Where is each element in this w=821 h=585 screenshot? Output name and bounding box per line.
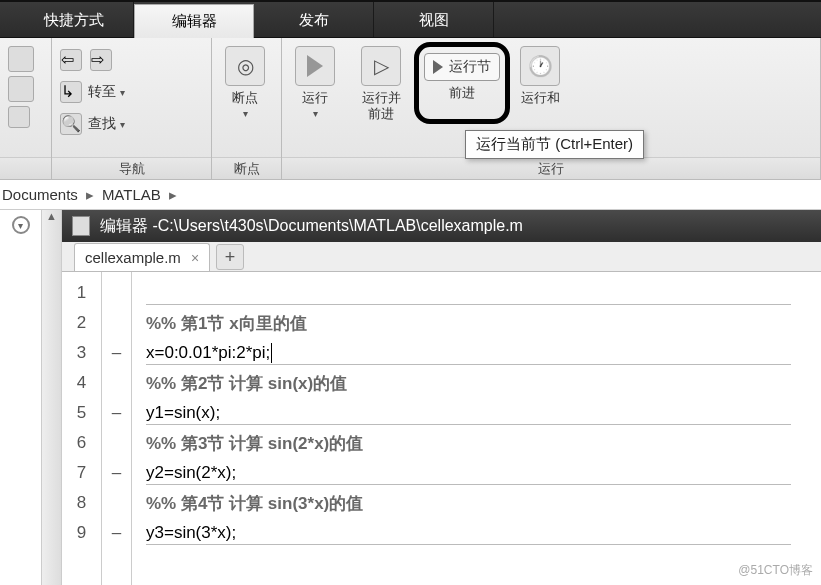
run-advance-button[interactable]: ▷ 运行并 前进 [348,38,414,157]
breadcrumb: Documents ▸ MATLAB ▸ [0,180,821,210]
goto-label: 转至 [88,83,125,101]
tab-view[interactable]: 视图 [374,2,494,37]
ribbon-tabs: 快捷方式 编辑器 发布 视图 [0,2,821,38]
play-icon [295,46,335,86]
find-label: 查找 [88,115,125,133]
chevron-right-icon: ▸ [169,186,177,204]
run-and-label: 运行和 [521,90,560,106]
watermark: @51CTO博客 [738,562,813,579]
breadcrumb-seg-documents[interactable]: Documents [2,186,78,203]
quick-icon-2[interactable] [8,76,34,102]
breakpoints-group-label: 断点 [212,157,281,179]
breakpoints-icon: ◎ [225,46,265,86]
nav-group-label: 导航 [52,157,211,179]
editor-title: 编辑器 - C:\Users\t430s\Documents\MATLAB\ce… [62,210,821,242]
chevron-down-icon: ▾ [313,108,318,119]
advance-label: 前进 [449,85,475,101]
run-group-label: 运行 [282,157,820,179]
file-tab-label: cellexample.m [85,249,181,266]
minimize-panel-icon[interactable]: ▾ [12,216,30,234]
chevron-right-icon: ▸ [86,186,94,204]
nav-back-icon: ⇦ [60,49,82,71]
find-button[interactable]: 🔍 查找 [56,108,207,140]
run-advance-icon: ▷ [361,46,401,86]
nav-back-forward[interactable]: ⇦ ⇨ [56,44,207,76]
new-tab-button[interactable]: + [216,244,244,270]
editor-area: ▾ ▲ 编辑器 - C:\Users\t430s\Documents\MATLA… [0,210,821,585]
run-button[interactable]: 运行 ▾ [282,38,348,157]
editor-title-prefix: 编辑器 - [100,216,158,237]
nav-fwd-icon: ⇨ [90,49,112,71]
code-lines[interactable]: %% 第1节 x向里的值 x=0:0.01*pi:2*pi; %% 第2节 计算… [132,272,821,585]
close-tab-icon[interactable]: × [191,250,199,266]
run-label: 运行 [302,90,328,106]
goto-button[interactable]: ↳ 转至 [56,76,207,108]
code-line: %% 第1节 x向里的值 [146,308,821,338]
run-section-icon: 运行节 [424,53,500,81]
quick-icon-3[interactable] [8,106,30,128]
find-icon: 🔍 [60,113,82,135]
editor-title-path: C:\Users\t430s\Documents\MATLAB\cellexam… [158,217,523,235]
goto-icon: ↳ [60,81,82,103]
breakpoint-gutter[interactable]: –––– [102,272,132,585]
code-line: %% 第4节 计算 sin(3*x)的值 [146,488,821,518]
code-area[interactable]: 123456789 –––– %% 第1节 x向里的值 x=0:0.01*pi:… [62,272,821,585]
tab-publish[interactable]: 发布 [254,2,374,37]
code-line: %% 第2节 计算 sin(x)的值 [146,368,821,398]
run-advance-label: 运行并 前进 [362,90,401,122]
run-section-button[interactable]: 运行节 前进 [414,42,510,124]
document-icon [72,216,90,236]
quick-icon-1[interactable] [8,46,34,72]
tab-shortcut[interactable]: 快捷方式 [14,2,134,37]
tooltip: 运行当前节 (Ctrl+Enter) [465,130,644,159]
run-section-label: 运行节 [449,58,491,76]
line-numbers: 123456789 [62,272,102,585]
breakpoints-label: 断点 [232,90,258,106]
tab-editor[interactable]: 编辑器 [134,4,254,38]
breadcrumb-seg-matlab[interactable]: MATLAB [102,186,161,203]
clock-icon: 🕐 [520,46,560,86]
breakpoints-button[interactable]: ◎ 断点 ▾ [212,38,278,157]
left-gutter: ▾ [0,210,42,585]
code-line: %% 第3节 计算 sin(2*x)的值 [146,428,821,458]
left-scroll[interactable]: ▲ [42,210,62,585]
ribbon-body: ⇦ ⇨ ↳ 转至 🔍 查找 导航 ◎ 断点 ▾ 断点 [0,38,821,180]
file-tabs: cellexample.m × + [62,242,821,272]
file-tab-cellexample[interactable]: cellexample.m × [74,243,210,271]
chevron-down-icon: ▾ [243,108,248,119]
